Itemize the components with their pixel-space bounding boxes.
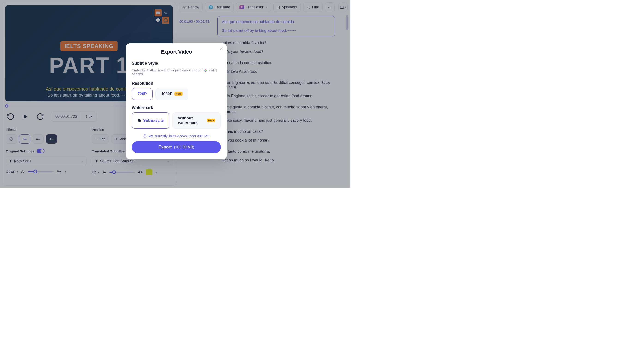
subtitle-style-desc: Embed subtitles in video, adjust layout … [132,68,221,76]
watermark-label: Watermark [132,105,221,110]
export-video-modal: Export Video Subtitle Style Embed subtit… [126,44,227,159]
svg-point-19 [204,70,205,71]
watermark-none[interactable]: Without watermark PRO [172,113,221,129]
size-limit-info: We currently limits videos under 3000MB [132,134,221,138]
svg-point-15 [205,70,206,71]
brand-icon [138,119,141,122]
export-button[interactable]: Export (103.58 MB) [132,141,221,153]
pro-badge: PRO [174,92,182,96]
svg-point-17 [206,70,207,71]
svg-point-16 [205,69,206,70]
flower-icon [204,69,207,72]
close-icon[interactable] [219,47,223,52]
subtitle-style-label: Subtitle Style [132,61,221,66]
pro-badge: PRO [207,119,215,122]
watermark-subeasy[interactable]: SubEasy.ai [132,113,170,129]
modal-title: Export Video [132,49,221,55]
svg-point-18 [205,71,206,72]
resolution-label: Resolution [132,81,221,86]
resolution-720p[interactable]: 720P [132,88,152,100]
info-icon [143,134,147,138]
svg-point-22 [145,135,145,135]
resolution-1080p[interactable]: 1080P PRO [155,88,188,100]
